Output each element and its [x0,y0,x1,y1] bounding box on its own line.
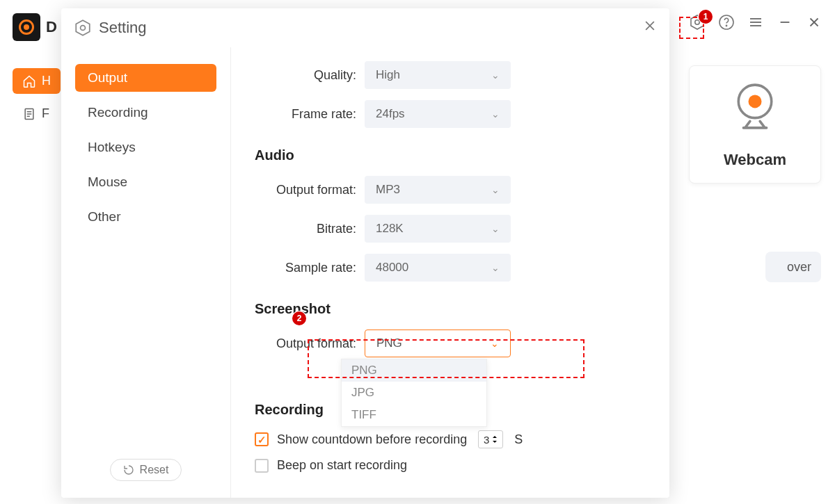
audio-format-label: Output format: [255,183,356,197]
sidebar-item-hotkeys[interactable]: Hotkeys [75,133,216,161]
samplerate-select[interactable]: 48000⌄ [365,254,511,282]
nav-files-label: F [42,106,49,121]
sidebar-item-other[interactable]: Other [75,203,216,231]
menu-icon[interactable] [747,14,764,31]
modal-sidebar: Output Recording Hotkeys Mouse Other Res… [61,47,231,498]
webcam-card[interactable]: Webcam [689,65,821,184]
nav-files[interactable]: F [13,101,61,127]
titlebar-icons [689,14,822,31]
nav-home-label: H [42,74,51,88]
nav-home[interactable]: H [13,68,61,94]
svg-marker-0 [691,15,703,29]
svg-point-1 [695,20,699,24]
webcam-icon [729,80,781,133]
chevron-down-icon: ⌄ [491,223,500,234]
beep-label: Beep on start recording [277,458,407,473]
webcam-label: Webcam [724,151,786,169]
quality-label: Quality: [255,68,356,83]
screenshot-format-dropdown: PNG JPG TIFF [341,359,487,427]
quality-select[interactable]: High⌄ [365,61,511,89]
chevron-down-icon: ⌄ [491,338,499,349]
screenshot-format-label: Output format: [255,336,356,351]
chevron-down-icon: ⌄ [491,70,500,81]
svg-point-3 [726,25,726,26]
chevron-down-icon: ⌄ [491,262,500,273]
countdown-label: Show countdown before recording [277,432,467,447]
svg-point-17 [81,26,86,31]
framerate-label: Frame rate: [255,107,356,122]
close-window-icon[interactable] [806,14,822,31]
countdown-suffix: S [514,432,523,447]
app-letter: D [46,18,57,36]
voiceover-button-fragment[interactable]: over [765,252,821,282]
audio-heading: Audio [255,147,646,163]
dropdown-option-png[interactable]: PNG [342,359,486,382]
sidebar-item-output[interactable]: Output [75,64,216,92]
settings-icon[interactable] [689,14,706,31]
dropdown-option-tiff[interactable]: TIFF [342,404,486,426]
modal-header: Setting [61,8,669,47]
audio-format-select[interactable]: MP3⌄ [365,176,511,204]
screenshot-heading: Screenshot [255,301,646,317]
sidebar-item-mouse[interactable]: Mouse [75,168,216,196]
svg-point-15 [749,95,762,108]
gear-icon [74,19,92,37]
close-icon[interactable] [643,19,657,37]
left-nav: H F [13,68,61,127]
sidebar-item-recording[interactable]: Recording [75,99,216,127]
settings-content[interactable]: Quality: High⌄ Frame rate: 24fps⌄ Audio … [231,47,669,498]
countdown-spinner[interactable]: 3 [478,430,503,448]
reset-button[interactable]: Reset [110,459,182,481]
framerate-select[interactable]: 24fps⌄ [365,100,511,128]
modal-title: Setting [99,19,147,37]
bitrate-label: Bitrate: [255,222,356,236]
chevron-down-icon: ⌄ [491,108,500,120]
help-icon[interactable] [718,14,735,31]
beep-checkbox[interactable] [255,459,269,473]
app-logo [13,13,40,41]
chevron-down-icon: ⌄ [491,184,500,195]
bitrate-select[interactable]: 128K⌄ [365,215,511,243]
screenshot-format-select[interactable]: PNG⌄ [365,330,511,357]
countdown-checkbox[interactable] [255,432,269,446]
samplerate-label: Sample rate: [255,261,356,275]
minimize-icon[interactable] [777,14,793,31]
svg-marker-16 [76,20,90,35]
settings-modal: Setting Output Recording Hotkeys Mouse O… [61,8,669,498]
dropdown-option-jpg[interactable]: JPG [342,382,486,404]
